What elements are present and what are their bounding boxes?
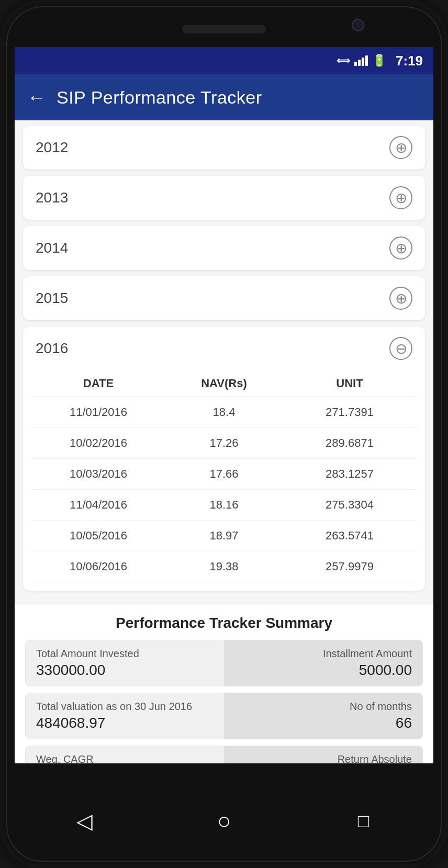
- header-unit: UNIT: [287, 377, 412, 390]
- cell-nav-4: 18.16: [161, 498, 287, 512]
- installment-value: 5000.00: [234, 662, 412, 679]
- cell-unit-6: 257.9979: [287, 560, 412, 573]
- cell-unit-5: 263.5741: [287, 529, 412, 543]
- status-time: 7:19: [396, 53, 423, 69]
- header-date: DATE: [36, 377, 161, 390]
- table-header-row: DATE NAV(Rs) UNIT: [31, 370, 417, 397]
- cell-unit-3: 283.1257: [287, 467, 412, 481]
- total-invested-value: 330000.00: [36, 662, 214, 679]
- plus-icon: ⊕: [395, 290, 407, 307]
- valuation-label: Total valuation as on 30 Jun 2016: [36, 701, 214, 713]
- plus-icon: ⊕: [395, 189, 407, 207]
- cell-unit-2: 289.6871: [287, 436, 412, 450]
- summary-left-3: Weg. CAGR 13.99: [26, 746, 224, 763]
- table-row: 10/06/2016 19.38 257.9979: [31, 551, 417, 582]
- status-icons: ⟺ 🔋 7:19: [337, 53, 423, 69]
- cell-nav-1: 18.4: [161, 405, 287, 419]
- year-label-2015: 2015: [36, 290, 68, 307]
- total-invested-label: Total Amount Invested: [36, 648, 214, 660]
- recents-nav-button[interactable]: □: [348, 805, 379, 837]
- header-nav: NAV(Rs): [161, 377, 287, 390]
- cell-date-5: 10/05/2016: [36, 529, 161, 543]
- accordion-header-2013[interactable]: 2013 ⊕: [23, 176, 425, 220]
- cell-nav-6: 19.38: [161, 560, 287, 573]
- cagr-label: Weg. CAGR: [36, 753, 214, 763]
- plus-icon: ⊕: [395, 240, 407, 257]
- back-button[interactable]: ←: [27, 86, 46, 108]
- year-label-2013: 2013: [36, 189, 68, 206]
- accordion-header-2015[interactable]: 2015 ⊕: [23, 276, 425, 320]
- return-label: Return Absolute: [234, 753, 412, 763]
- months-label: No of months: [234, 701, 412, 713]
- cell-date-3: 10/03/2016: [36, 467, 161, 481]
- accordion-item-2015: 2015 ⊕: [23, 276, 425, 320]
- cell-date-1: 11/01/2016: [36, 405, 161, 419]
- table-row: 10/02/2016 17.26 289.6871: [31, 428, 417, 459]
- signal-icon: [354, 55, 368, 66]
- back-nav-icon: ◁: [76, 809, 93, 833]
- camera: [352, 19, 364, 31]
- table-row: 11/01/2016 18.4 271.7391: [31, 397, 417, 428]
- cell-nav-2: 17.26: [161, 436, 287, 450]
- collapse-icon-2016[interactable]: ⊖: [389, 337, 412, 360]
- accordion-section: 2012 ⊕ 2013 ⊕: [15, 120, 433, 602]
- speaker: [182, 25, 266, 33]
- cell-date-4: 11/04/2016: [36, 498, 161, 512]
- expand-icon-2012[interactable]: ⊕: [389, 136, 412, 159]
- bottom-nav: ◁ ○ □: [15, 790, 433, 852]
- expand-icon-2013[interactable]: ⊕: [389, 186, 412, 209]
- cell-date-6: 10/06/2016: [36, 560, 161, 573]
- expanded-table-2016: DATE NAV(Rs) UNIT 11/01/2016 18.4 271.73…: [23, 370, 425, 591]
- data-table: DATE NAV(Rs) UNIT 11/01/2016 18.4 271.73…: [31, 370, 417, 582]
- cell-nav-5: 18.97: [161, 529, 287, 543]
- months-value: 66: [234, 715, 412, 731]
- minus-icon: ⊖: [395, 340, 407, 357]
- table-row: 10/05/2016 18.97 263.5741: [31, 521, 417, 551]
- summary-right-2: No of months 66: [224, 693, 422, 739]
- accordion-header-2012[interactable]: 2012 ⊕: [23, 126, 425, 170]
- home-nav-icon: ○: [217, 808, 231, 834]
- app-header: ← SIP Performance Tracker: [15, 74, 433, 120]
- page-title: SIP Performance Tracker: [57, 87, 262, 108]
- summary-title: Performance Tracker Summary: [25, 615, 423, 632]
- expand-icon-2015[interactable]: ⊕: [389, 287, 412, 310]
- accordion-item-2016: 2016 ⊖ DATE NAV(Rs) UNIT: [23, 326, 425, 591]
- summary-left-1: Total Amount Invested 330000.00: [26, 640, 224, 686]
- home-nav-button[interactable]: ○: [208, 805, 240, 837]
- accordion-item-2014: 2014 ⊕: [23, 226, 425, 270]
- table-row: 11/04/2016 18.16 275.3304: [31, 490, 417, 521]
- year-label-2014: 2014: [36, 240, 68, 256]
- battery-icon: 🔋: [372, 54, 386, 67]
- summary-right-1: Installment Amount 5000.00: [224, 640, 422, 686]
- data-icon: ⟺: [337, 55, 350, 66]
- screen: ⟺ 🔋 7:19 ← SIP Performance Tracker: [15, 47, 433, 763]
- cell-date-2: 10/02/2016: [36, 436, 161, 450]
- content-area: 2012 ⊕ 2013 ⊕: [15, 120, 433, 763]
- summary-card-3: Weg. CAGR 13.99 Return Absolute 46.69: [25, 746, 423, 763]
- year-label-2012: 2012: [36, 139, 68, 156]
- table-row: 10/03/2016 17.66 283.1257: [31, 459, 417, 490]
- cell-unit-4: 275.3304: [287, 498, 412, 512]
- summary-card-1: Total Amount Invested 330000.00 Installm…: [25, 640, 423, 686]
- back-nav-button[interactable]: ◁: [69, 805, 100, 837]
- valuation-value: 484068.97: [36, 715, 214, 731]
- phone-shell: ⟺ 🔋 7:19 ← SIP Performance Tracker: [0, 0, 448, 868]
- installment-label: Installment Amount: [234, 648, 412, 660]
- accordion-item-2012: 2012 ⊕: [23, 126, 425, 170]
- accordion-header-2014[interactable]: 2014 ⊕: [23, 226, 425, 270]
- year-label-2016: 2016: [36, 340, 68, 357]
- summary-section: Performance Tracker Summary Total Amount…: [15, 604, 433, 763]
- expand-icon-2014[interactable]: ⊕: [389, 236, 412, 260]
- cell-nav-3: 17.66: [161, 467, 287, 481]
- summary-right-3: Return Absolute 46.69: [224, 746, 422, 763]
- summary-left-2: Total valuation as on 30 Jun 2016 484068…: [26, 693, 224, 739]
- plus-icon: ⊕: [395, 139, 407, 156]
- recents-nav-icon: □: [358, 810, 369, 832]
- status-bar: ⟺ 🔋 7:19: [15, 47, 433, 74]
- accordion-header-2016[interactable]: 2016 ⊖: [23, 326, 425, 370]
- summary-card-2: Total valuation as on 30 Jun 2016 484068…: [25, 693, 423, 739]
- accordion-item-2013: 2013 ⊕: [23, 176, 425, 220]
- cell-unit-1: 271.7391: [287, 405, 412, 419]
